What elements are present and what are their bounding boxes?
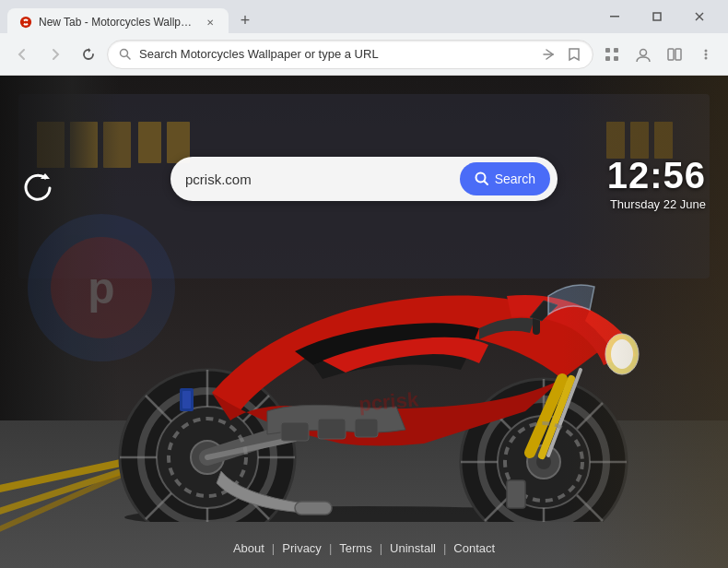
address-input[interactable] [139, 47, 534, 61]
svg-point-16 [705, 53, 708, 55]
footer-sep-4: | [443, 541, 446, 555]
svg-rect-51 [355, 419, 378, 437]
svg-rect-8 [605, 48, 610, 53]
address-bar[interactable] [107, 40, 593, 69]
footer-sep-1: | [272, 541, 275, 555]
search-button[interactable]: Search [460, 162, 550, 195]
svg-rect-45 [295, 502, 332, 515]
maximize-button[interactable] [636, 0, 678, 33]
svg-line-59 [484, 182, 487, 185]
tab-title: New Tab - Motorcycles Wallpap... [39, 16, 197, 29]
svg-rect-1 [610, 16, 619, 18]
search-bar-container: Search [170, 157, 558, 201]
profile-button[interactable] [628, 40, 658, 69]
svg-point-15 [705, 49, 708, 52]
footer-link-uninstall[interactable]: Uninstall [390, 541, 436, 555]
search-magnifier-icon [475, 172, 489, 186]
svg-rect-9 [614, 48, 618, 53]
svg-rect-50 [318, 419, 346, 439]
title-bar: New Tab - Motorcycles Wallpap... ✕ + [0, 0, 728, 33]
footer-link-contact[interactable]: Contact [453, 541, 495, 555]
svg-rect-2 [653, 13, 661, 20]
tab-close-button[interactable]: ✕ [203, 15, 217, 30]
background-scene: p [0, 76, 728, 568]
svg-rect-10 [605, 56, 610, 61]
footer-links: About | Privacy | Terms | Uninstall | Co… [0, 541, 728, 555]
close-button[interactable] [678, 0, 721, 33]
clock-widget: 12:56 Thursday 22 June [607, 157, 706, 211]
toolbar [0, 33, 728, 76]
extensions-button[interactable] [597, 40, 627, 69]
clock-time: 12:56 [607, 157, 706, 194]
svg-point-12 [640, 49, 647, 55]
footer-link-about[interactable]: About [233, 541, 264, 555]
toolbar-actions [597, 40, 721, 69]
svg-rect-53 [507, 480, 525, 508]
split-view-button[interactable] [660, 40, 689, 69]
svg-line-6 [127, 55, 131, 59]
svg-rect-14 [675, 49, 681, 60]
svg-rect-11 [614, 56, 618, 61]
footer-sep-2: | [329, 541, 332, 555]
back-button[interactable] [7, 40, 37, 69]
tab-favicon [18, 15, 33, 30]
reload-button[interactable] [74, 40, 103, 69]
share-icon[interactable] [541, 47, 556, 62]
search-icon-address [119, 48, 132, 61]
new-tab-page: p [0, 76, 728, 568]
forward-button[interactable] [41, 40, 70, 69]
menu-button[interactable] [691, 40, 721, 69]
refresh-wallpaper-button[interactable] [18, 168, 59, 208]
tab-area: New Tab - Motorcycles Wallpap... ✕ + [7, 0, 297, 33]
svg-point-17 [705, 56, 708, 59]
search-url-input[interactable] [185, 172, 460, 187]
minimize-button[interactable] [593, 0, 636, 33]
footer-sep-3: | [380, 541, 382, 555]
svg-rect-49 [281, 422, 309, 441]
search-button-label: Search [495, 172, 535, 186]
footer-link-privacy[interactable]: Privacy [282, 541, 322, 555]
svg-rect-13 [668, 49, 674, 60]
svg-point-0 [20, 17, 31, 28]
footer-link-terms[interactable]: Terms [339, 541, 371, 555]
active-tab[interactable]: New Tab - Motorcycles Wallpap... ✕ [7, 8, 229, 36]
clock-date: Thursday 22 June [607, 197, 706, 211]
svg-rect-55 [182, 391, 191, 408]
browser-frame: New Tab - Motorcycles Wallpap... ✕ + [0, 0, 728, 76]
new-tab-button[interactable]: + [232, 7, 258, 33]
bookmark-icon[interactable] [567, 47, 581, 62]
